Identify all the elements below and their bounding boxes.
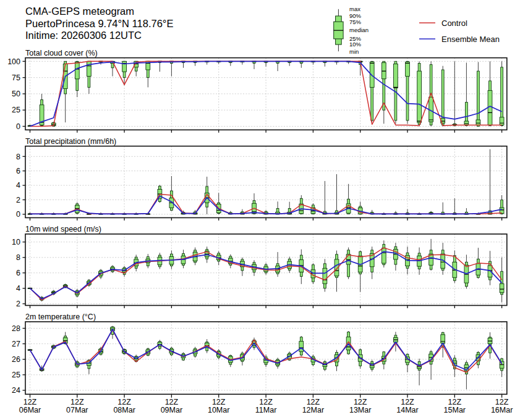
svg-text:13Mar: 13Mar xyxy=(349,406,371,414)
svg-text:Control: Control xyxy=(441,19,467,28)
svg-text:CMA-GEPS meteogram: CMA-GEPS meteogram xyxy=(25,6,134,17)
svg-text:24: 24 xyxy=(12,386,20,395)
svg-text:12Z: 12Z xyxy=(165,398,179,406)
svg-text:6: 6 xyxy=(16,167,20,175)
svg-text:12Z: 12Z xyxy=(495,398,509,406)
svg-text:08Mar: 08Mar xyxy=(113,406,135,414)
svg-text:50: 50 xyxy=(12,90,20,98)
svg-text:6: 6 xyxy=(16,269,20,277)
svg-text:10m wind speed (m/s): 10m wind speed (m/s) xyxy=(25,225,101,233)
svg-text:07Mar: 07Mar xyxy=(66,406,88,414)
svg-text:12Z: 12Z xyxy=(401,398,414,406)
svg-text:25: 25 xyxy=(12,371,20,379)
svg-text:10%: 10% xyxy=(349,41,362,48)
svg-text:8: 8 xyxy=(16,153,20,161)
svg-text:10Mar: 10Mar xyxy=(208,406,229,414)
svg-text:10: 10 xyxy=(12,238,20,246)
svg-text:max: max xyxy=(349,6,360,12)
svg-text:06Mar: 06Mar xyxy=(19,406,41,414)
svg-text:75%: 75% xyxy=(349,19,362,25)
svg-text:Ensemble Mean: Ensemble Mean xyxy=(441,35,500,44)
svg-text:PuertoPrincesa 9.74°N 118.76°E: PuertoPrincesa 9.74°N 118.76°E xyxy=(25,18,173,29)
svg-text:09Mar: 09Mar xyxy=(161,406,182,414)
svg-text:12Z: 12Z xyxy=(117,398,131,406)
svg-text:12Z: 12Z xyxy=(259,398,273,406)
svg-text:2: 2 xyxy=(16,196,20,204)
svg-text:12Z: 12Z xyxy=(70,398,84,406)
svg-text:Total precipitation (mm/6h): Total precipitation (mm/6h) xyxy=(25,137,116,146)
svg-text:12Z: 12Z xyxy=(448,398,462,406)
svg-text:14Mar: 14Mar xyxy=(396,406,418,414)
svg-text:Total cloud cover (%): Total cloud cover (%) xyxy=(25,49,98,57)
svg-text:min: min xyxy=(349,48,359,55)
svg-text:28: 28 xyxy=(12,324,20,333)
svg-text:11Mar: 11Mar xyxy=(255,406,277,414)
svg-text:0: 0 xyxy=(16,210,20,219)
svg-text:Initime: 20260306 12UTC: Initime: 20260306 12UTC xyxy=(25,30,142,41)
svg-text:12Z: 12Z xyxy=(307,398,320,406)
svg-text:12Z: 12Z xyxy=(354,398,367,406)
svg-text:8: 8 xyxy=(16,253,20,262)
svg-text:12Z: 12Z xyxy=(23,398,37,406)
svg-text:4: 4 xyxy=(16,181,20,190)
svg-text:4: 4 xyxy=(16,284,20,293)
svg-text:25: 25 xyxy=(12,106,20,114)
svg-text:27: 27 xyxy=(12,340,20,348)
svg-text:100: 100 xyxy=(7,57,20,66)
svg-text:2: 2 xyxy=(16,300,20,308)
svg-text:26: 26 xyxy=(12,355,20,364)
svg-text:2m temperature (°C): 2m temperature (°C) xyxy=(25,313,96,321)
svg-text:16Mar: 16Mar xyxy=(491,406,513,414)
svg-text:75: 75 xyxy=(12,74,20,82)
svg-text:12Mar: 12Mar xyxy=(302,406,324,414)
svg-text:15Mar: 15Mar xyxy=(444,406,466,414)
svg-text:12Z: 12Z xyxy=(212,398,226,406)
svg-text:median: median xyxy=(349,27,369,33)
svg-text:0: 0 xyxy=(16,122,20,131)
